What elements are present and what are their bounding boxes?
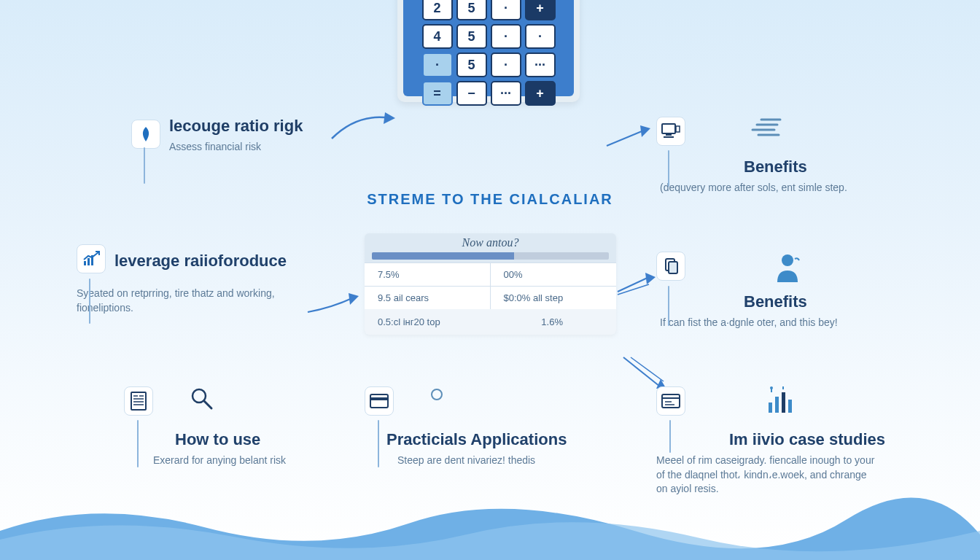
svg-rect-16 [769, 402, 772, 413]
calc-key-dots: ··· [525, 52, 556, 77]
svg-rect-5 [88, 258, 90, 265]
connector-line [668, 286, 669, 326]
calc-key: · [491, 24, 521, 49]
block-case-studies: Im iivio case studies Meeel of rim casei… [656, 386, 919, 497]
block-title: Practicials Applications [386, 430, 605, 449]
monitor-icon [656, 117, 685, 146]
svg-rect-0 [662, 124, 675, 133]
svg-rect-18 [782, 392, 785, 413]
block-title: How to use [175, 430, 328, 449]
leaf-icon [131, 120, 160, 149]
circle-icon [430, 388, 443, 420]
block-subtitle: If can fist the a·dgnle oter, and this b… [660, 316, 937, 330]
calc-key: · [422, 52, 453, 77]
table-header: Now antou? [365, 233, 616, 251]
svg-point-20 [770, 386, 773, 389]
calc-key: · [491, 52, 521, 77]
block-benefits-mid: Benefits If can fist the a·dgnle oter, a… [656, 252, 941, 330]
block-benefits-top: Benefits (dequvery more after sols, ent … [656, 117, 933, 195]
table-cell: 1.6% [541, 316, 603, 327]
table-cell: 00% [491, 262, 617, 286]
person-icon [773, 252, 802, 285]
table-footer-row: 0.5:cl інг20 top 1.6% [365, 309, 616, 335]
calc-key: 5 [456, 0, 487, 20]
block-title: lecouge ratio rigk [131, 117, 350, 136]
svg-rect-3 [676, 126, 680, 132]
calc-key-minus: − [456, 81, 487, 106]
connector-line [89, 279, 90, 324]
bars-up-icon [766, 386, 796, 420]
block-risk: lecouge ratio rigk Assess financial risk [131, 117, 350, 155]
calc-key: 4 [422, 24, 453, 49]
block-title: Benefits [744, 292, 941, 311]
svg-point-9 [782, 254, 793, 266]
window-icon [656, 386, 685, 416]
block-subtitle: Meeel of rim caseigrady. fiencalle inoug… [656, 454, 875, 497]
block-howto: How to use Exerard for anying belant ris… [124, 386, 328, 468]
svg-rect-1 [666, 134, 672, 136]
block-subtitle: Assess financial risk [131, 140, 350, 155]
block-subtitle: Syeated on retprring, tire thatz and wor… [77, 287, 295, 315]
calc-key: 2 [422, 0, 453, 20]
calc-key-plus: + [525, 0, 556, 20]
ratio-table: Now antou? 7.5% 00% 9.5 ail cears $0:0% … [365, 233, 616, 335]
connector-line [669, 420, 671, 453]
connector-line [137, 420, 139, 467]
arrow-icon [328, 109, 401, 146]
calc-key-dots: ··· [491, 81, 521, 106]
svg-rect-19 [788, 400, 792, 413]
arrow-icon [605, 124, 656, 153]
arrow-icon [616, 270, 660, 299]
arrow-icon [306, 292, 365, 321]
block-practical: Practicials Applications Steep are dent … [365, 386, 605, 468]
svg-rect-13 [370, 397, 388, 400]
card-icon [365, 386, 394, 416]
table-cell: 7.5% [365, 262, 491, 286]
document-lines-icon [124, 386, 153, 416]
svg-rect-4 [84, 261, 86, 265]
chart-growth-icon [77, 244, 106, 273]
calculator-illustration: 2 5 · + 4 5 · · · 5 · ··· = − ··· + [397, 0, 580, 102]
block-title: leverage raiioforoduce [114, 252, 287, 271]
svg-point-14 [432, 389, 442, 400]
connector-line [378, 420, 379, 467]
svg-rect-17 [775, 397, 779, 413]
magnifier-icon [190, 386, 214, 420]
svg-rect-15 [662, 394, 680, 408]
calc-key: 5 [456, 24, 487, 49]
calc-key-equals: = [422, 81, 453, 106]
calc-key-plus: + [525, 81, 556, 106]
block-leverage: leverage raiioforoduce Syeated on retprr… [77, 244, 317, 315]
svg-rect-2 [664, 136, 674, 138]
calc-key: · [491, 0, 521, 20]
block-subtitle: Exerard for anying belant risk [153, 454, 328, 468]
calc-key: 5 [456, 52, 487, 77]
wave-footer [0, 494, 980, 560]
svg-rect-12 [370, 394, 388, 408]
block-subtitle: Steep are dent nivariez! thedis [397, 454, 605, 468]
table-cell: $0:0% all step [491, 286, 617, 309]
table-cell: 0.5:cl інг20 top [378, 316, 440, 327]
connector-line [668, 150, 669, 187]
connector-line [144, 147, 145, 184]
svg-rect-8 [669, 262, 677, 273]
block-title: Benefits [744, 158, 933, 176]
documents-icon [656, 252, 685, 281]
calc-key: · [525, 24, 556, 49]
speed-lines-icon [751, 117, 783, 140]
progress-bar [372, 252, 609, 260]
tagline-heading: STREME TO THE CIALCALIAR [0, 191, 980, 208]
table-cell: 9.5 ail cears [365, 286, 491, 309]
block-title: Im iivio case studies [729, 430, 919, 449]
svg-rect-10 [131, 392, 146, 410]
